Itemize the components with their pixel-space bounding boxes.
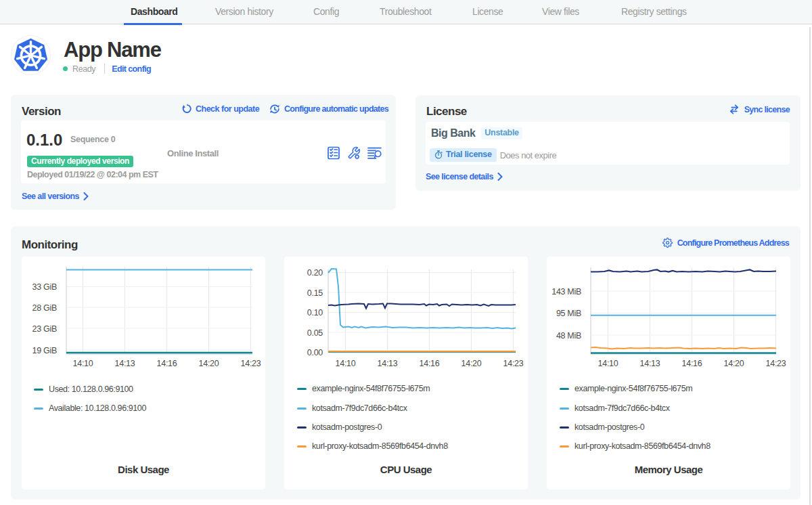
svg-text:19 GiB: 19 GiB (32, 346, 57, 355)
svg-text:0.10: 0.10 (307, 308, 323, 317)
svg-text:0.05: 0.05 (307, 328, 323, 338)
svg-text:14:10: 14:10 (336, 359, 356, 368)
svg-text:0.20: 0.20 (307, 268, 323, 278)
svg-text:143 MiB: 143 MiB (551, 287, 581, 297)
svg-text:14:20: 14:20 (724, 359, 744, 368)
svg-text:0.00: 0.00 (307, 348, 323, 357)
svg-text:28 GiB: 28 GiB (32, 303, 57, 313)
svg-text:14:23: 14:23 (766, 359, 786, 368)
svg-text:33 GiB: 33 GiB (32, 282, 57, 292)
svg-text:14:13: 14:13 (378, 359, 398, 368)
svg-text:0.15: 0.15 (307, 288, 323, 298)
svg-text:14:13: 14:13 (640, 359, 660, 368)
svg-text:23 GiB: 23 GiB (32, 324, 57, 334)
svg-text:14:20: 14:20 (199, 359, 219, 368)
svg-text:48 MiB: 48 MiB (556, 331, 581, 341)
svg-text:14:23: 14:23 (503, 359, 524, 368)
svg-text:14:13: 14:13 (115, 359, 135, 368)
svg-text:14:16: 14:16 (420, 359, 440, 368)
svg-text:14:23: 14:23 (241, 359, 261, 368)
svg-text:14:20: 14:20 (461, 359, 482, 368)
svg-text:14:10: 14:10 (598, 359, 618, 368)
svg-text:14:16: 14:16 (682, 359, 702, 368)
svg-text:14:16: 14:16 (157, 359, 177, 368)
svg-text:95 MiB: 95 MiB (556, 309, 581, 318)
svg-text:14:10: 14:10 (73, 359, 93, 368)
